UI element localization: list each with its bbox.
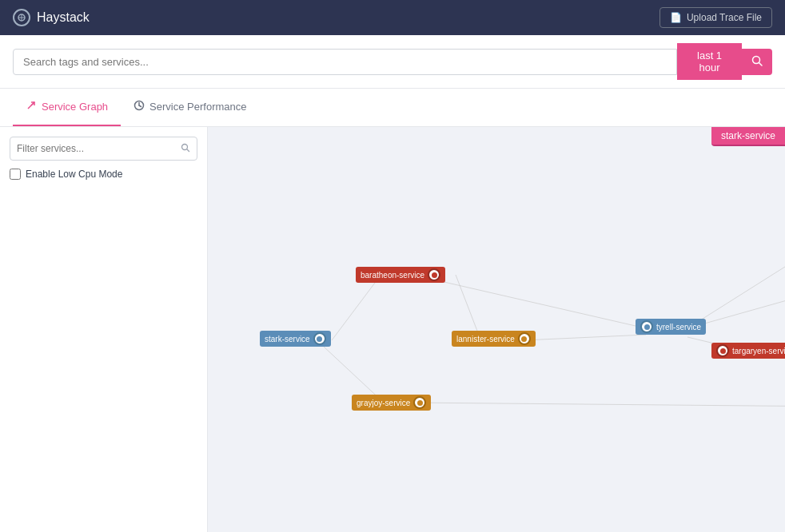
logo-icon bbox=[13, 9, 30, 26]
svg-line-13 bbox=[332, 276, 380, 340]
svg-line-22 bbox=[456, 275, 480, 337]
node-dot-grayjoy bbox=[413, 396, 426, 409]
node-label-baratheon: baratheon-service bbox=[361, 271, 424, 280]
search-icon bbox=[751, 55, 763, 69]
svg-line-9 bbox=[139, 105, 141, 107]
svg-line-12 bbox=[420, 276, 646, 328]
filter-search-icon bbox=[181, 141, 190, 156]
tab-service-performance-label: Service Performance bbox=[149, 101, 246, 113]
node-label-lannister: lannister-service bbox=[456, 335, 515, 343]
sidebar: Enable Low Cpu Mode bbox=[0, 127, 208, 532]
logo: Haystack bbox=[13, 9, 90, 26]
node-tyrell-service[interactable]: tyrell-service bbox=[636, 319, 706, 335]
node-baratheon-service[interactable]: baratheon-service bbox=[356, 267, 445, 283]
tab-service-graph[interactable]: Service Graph bbox=[13, 89, 121, 126]
node-dot-targaryen bbox=[716, 344, 729, 357]
upload-icon: 📄 bbox=[670, 12, 682, 23]
main-content: Enable Low Cpu Mode stark-service bbox=[0, 127, 785, 532]
service-graph-icon bbox=[26, 100, 37, 113]
svg-line-23 bbox=[412, 403, 785, 407]
node-targaryen-service[interactable]: targaryen-service bbox=[711, 343, 785, 359]
node-stark-service[interactable]: stark-service bbox=[260, 331, 331, 347]
node-label-targaryen: targaryen-service bbox=[732, 347, 785, 355]
search-input-wrapper: last 1 hour bbox=[13, 43, 772, 80]
time-range-button[interactable]: last 1 hour bbox=[677, 43, 742, 80]
node-grayjoy-service[interactable]: grayjoy-service bbox=[352, 395, 431, 411]
tab-service-graph-label: Service Graph bbox=[42, 101, 108, 113]
node-dot-lannister bbox=[518, 332, 531, 345]
upload-trace-button[interactable]: 📄 Upload Trace File bbox=[659, 7, 772, 28]
svg-line-18 bbox=[524, 335, 646, 340]
graph-area: stark-service bbox=[208, 127, 785, 532]
search-bar: last 1 hour bbox=[0, 35, 785, 89]
search-input[interactable] bbox=[13, 49, 677, 75]
cpu-mode-label: Enable Low Cpu Mode bbox=[26, 169, 122, 180]
top-navigation: Haystack 📄 Upload Trace File bbox=[0, 0, 785, 35]
filter-input[interactable] bbox=[17, 143, 181, 154]
node-label-grayjoy: grayjoy-service bbox=[357, 399, 410, 407]
tab-bar: Service Graph Service Performance bbox=[0, 89, 785, 127]
search-button[interactable] bbox=[742, 49, 772, 75]
cpu-mode-option: Enable Low Cpu Mode bbox=[10, 169, 197, 180]
node-label-stark: stark-service bbox=[265, 335, 310, 343]
logo-text: Haystack bbox=[37, 10, 90, 25]
svg-line-16 bbox=[687, 213, 785, 328]
filter-input-wrapper bbox=[10, 137, 197, 161]
node-lannister-service[interactable]: lannister-service bbox=[452, 331, 536, 347]
tab-service-performance[interactable]: Service Performance bbox=[121, 89, 259, 126]
svg-line-4 bbox=[759, 62, 763, 66]
node-label-tyrell: tyrell-service bbox=[656, 323, 701, 332]
cpu-mode-checkbox[interactable] bbox=[10, 169, 21, 180]
service-performance-icon bbox=[133, 100, 145, 113]
node-dot-baratheon bbox=[428, 268, 440, 281]
svg-line-11 bbox=[187, 149, 189, 152]
node-dot-tyrell bbox=[640, 320, 653, 333]
node-dot-stark bbox=[313, 332, 326, 345]
